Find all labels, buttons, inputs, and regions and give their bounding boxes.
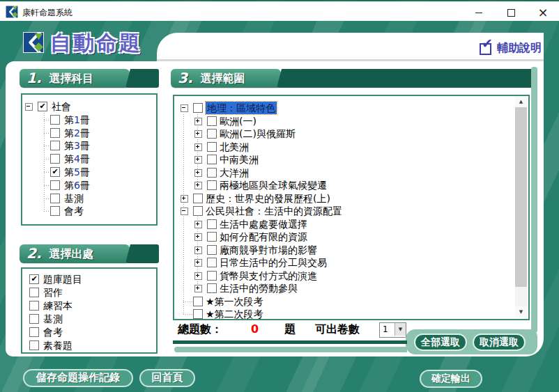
- tree-expand-icon[interactable]: [194, 156, 202, 164]
- tree-connector-stub: [44, 185, 50, 186]
- paper-count-select[interactable]: 1: [379, 322, 406, 338]
- source-checkbox[interactable]: [29, 327, 39, 337]
- tree-item-label[interactable]: 歐洲(二)與俄羅斯: [220, 127, 296, 140]
- source-checkbox[interactable]: [29, 340, 39, 350]
- tree-expand-icon[interactable]: [194, 182, 202, 189]
- tree-expand-icon[interactable]: [194, 169, 202, 177]
- tree-collapse-icon[interactable]: [181, 104, 188, 112]
- maximize-button[interactable]: [495, 3, 527, 22]
- tree-checkbox[interactable]: [207, 271, 217, 281]
- tree-item-label[interactable]: 基測: [64, 192, 84, 205]
- tree-checkbox[interactable]: [207, 232, 217, 242]
- tree-item-label[interactable]: ★第二次段考: [206, 308, 263, 319]
- tree-item-label[interactable]: 生活中的勞動參與: [220, 282, 298, 295]
- tree-checkbox[interactable]: [207, 258, 217, 267]
- tree-item-label[interactable]: 日常生活中的分工與交易: [220, 256, 327, 269]
- deselect-button[interactable]: 取消選取: [473, 334, 526, 351]
- tree-checkbox[interactable]: [50, 206, 60, 216]
- tree-checkbox[interactable]: [207, 180, 217, 190]
- tree-checkbox[interactable]: [50, 180, 60, 190]
- tree-checkbox[interactable]: [193, 206, 203, 216]
- tree-item-label[interactable]: 公民與社會：生活中的資源配置: [206, 205, 342, 217]
- tree-item-label[interactable]: 兩極地區與全球氣候變遷: [220, 179, 327, 191]
- panel-source-header-tab: [125, 244, 159, 263]
- tree-item-label[interactable]: 歐洲(一): [220, 115, 256, 127]
- tree-checkbox[interactable]: [193, 309, 203, 319]
- tree-checkbox[interactable]: [50, 194, 60, 203]
- tree-item-label[interactable]: 第3冊: [64, 139, 90, 152]
- tree-item-label[interactable]: 中南美洲: [220, 153, 259, 166]
- tree-item-label[interactable]: 第4冊: [64, 152, 90, 165]
- dropdown-arrow-icon[interactable]: [395, 323, 406, 336]
- source-checkbox[interactable]: [29, 301, 39, 311]
- tree-checkbox[interactable]: [207, 116, 217, 126]
- divider-dark: [173, 340, 407, 344]
- scrollbar-thumb[interactable]: [515, 107, 527, 287]
- close-button[interactable]: [527, 3, 559, 22]
- tree-item-label[interactable]: 貨幣與支付方式的演進: [220, 269, 317, 282]
- tree-item-label[interactable]: 會考: [64, 205, 84, 217]
- tree-checkbox[interactable]: [50, 167, 60, 177]
- source-checkbox[interactable]: [29, 274, 39, 284]
- home-button[interactable]: 回首頁: [139, 369, 195, 387]
- help-link[interactable]: 輔助說明: [480, 40, 549, 56]
- tree-expand-icon[interactable]: [194, 259, 202, 267]
- source-item-label[interactable]: 習作: [43, 286, 63, 299]
- tree-expand-icon[interactable]: [194, 246, 202, 254]
- tree-connector-stub: [183, 301, 193, 302]
- tree-expand-icon[interactable]: [181, 195, 188, 203]
- tree-item-label[interactable]: 第2冊: [64, 127, 90, 139]
- tree-checkbox[interactable]: [207, 129, 217, 139]
- tree-item-label[interactable]: 生活中處處要做選擇: [220, 218, 307, 230]
- tree-expand-icon[interactable]: [194, 221, 202, 228]
- tree-checkbox[interactable]: [207, 142, 217, 152]
- tree-checkbox[interactable]: [207, 219, 217, 229]
- tree-checkbox[interactable]: [193, 194, 203, 203]
- tree-item-label[interactable]: 地理：區域特色: [206, 102, 277, 114]
- tree-collapse-icon[interactable]: [25, 103, 33, 111]
- tree-checkbox[interactable]: [207, 245, 217, 255]
- source-item-label[interactable]: 會考: [43, 326, 63, 338]
- minimize-button[interactable]: [463, 3, 495, 22]
- tree-checkbox[interactable]: [207, 168, 217, 178]
- tree-checkbox[interactable]: [207, 155, 217, 164]
- tree-collapse-icon[interactable]: [181, 207, 188, 215]
- tree-checkbox[interactable]: [50, 128, 60, 138]
- tree-item-label[interactable]: 北美洲: [220, 141, 249, 153]
- select-all-button[interactable]: 全部選取: [414, 334, 467, 351]
- scroll-up-icon[interactable]: [515, 96, 527, 107]
- tree-checkbox[interactable]: [193, 297, 203, 306]
- tree-checkbox[interactable]: [207, 283, 217, 293]
- tree-checkbox[interactable]: [193, 103, 203, 113]
- source-checkbox[interactable]: [29, 288, 39, 297]
- tree-expand-icon[interactable]: [194, 272, 202, 280]
- tree-item-label[interactable]: 歷史：世界史的發展歷程(上): [206, 192, 330, 205]
- tree-expand-icon[interactable]: [194, 143, 202, 151]
- source-item-label[interactable]: 基測: [43, 313, 63, 325]
- confirm-output-button[interactable]: 確定輸出: [420, 370, 482, 388]
- tree-expand-icon[interactable]: [194, 130, 202, 138]
- source-item-label[interactable]: 練習本: [43, 299, 72, 312]
- title-bar: 康軒命題系統: [0, 1, 559, 21]
- tree-expand-icon[interactable]: [194, 285, 202, 292]
- tree-checkbox[interactable]: [50, 115, 60, 125]
- source-checkbox[interactable]: [29, 314, 39, 324]
- tree-checkbox[interactable]: [38, 102, 47, 111]
- scroll-down-icon[interactable]: [515, 306, 527, 317]
- tree-item-label[interactable]: 大洋洲: [220, 166, 249, 179]
- tree-item-label[interactable]: 如何分配有限的資源: [220, 230, 307, 243]
- tree-item-label[interactable]: 第5冊: [64, 166, 90, 178]
- tree-checkbox[interactable]: [50, 141, 60, 150]
- range-scrollbar[interactable]: [515, 96, 527, 317]
- tree-item-label[interactable]: 廠商競爭對市場的影響: [220, 244, 317, 256]
- tree-item-label[interactable]: 第6冊: [64, 179, 90, 191]
- tree-checkbox[interactable]: [50, 154, 60, 164]
- tree-item-label[interactable]: ★第一次段考: [206, 295, 263, 308]
- save-record-button[interactable]: 儲存命題操作記錄: [23, 369, 133, 387]
- tree-expand-icon[interactable]: [194, 233, 202, 241]
- source-item-label[interactable]: 題庫題目: [43, 273, 82, 285]
- tree-item-label[interactable]: 社會: [52, 100, 71, 113]
- tree-item-label[interactable]: 第1冊: [64, 113, 90, 126]
- source-item-label[interactable]: 素養題: [43, 339, 72, 352]
- tree-expand-icon[interactable]: [194, 118, 202, 125]
